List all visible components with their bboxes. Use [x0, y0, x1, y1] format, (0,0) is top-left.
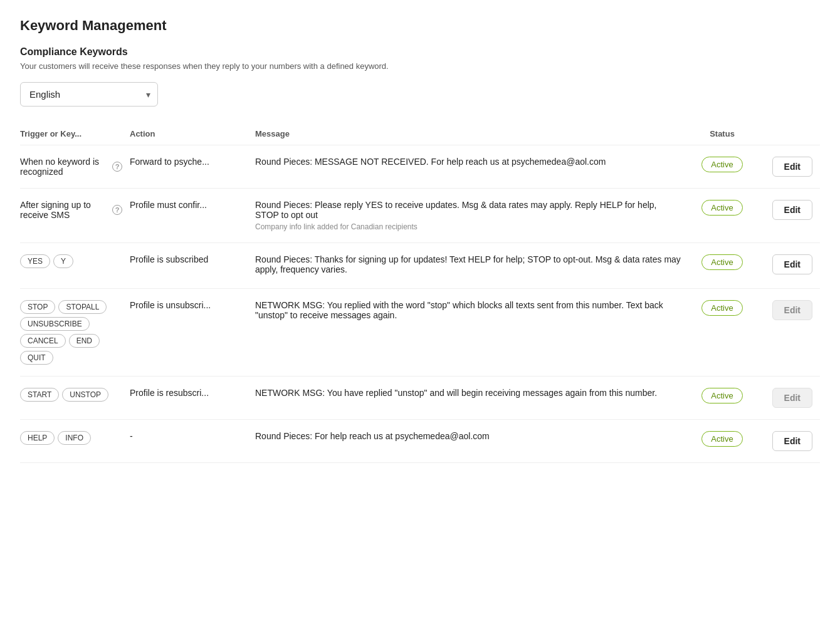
keyword-tag: START	[20, 388, 59, 402]
keyword-tag: STOP	[20, 300, 55, 314]
edit-button[interactable]: Edit	[772, 157, 812, 177]
language-select[interactable]: English Spanish French	[20, 82, 158, 107]
status-cell: Active	[688, 243, 764, 289]
message-cell: NETWORK MSG: You have replied "unstop" a…	[255, 377, 688, 420]
status-badge: Active	[701, 431, 742, 447]
trigger-label: After signing up to receive SMS?	[20, 200, 122, 220]
message-main: NETWORK MSG: You have replied "unstop" a…	[255, 388, 681, 398]
edit-cell: Edit	[764, 420, 820, 463]
status-badge: Active	[701, 254, 742, 270]
col-header-edit	[764, 124, 820, 145]
message-cell: Round Pieces: Thanks for signing up for …	[255, 243, 688, 289]
status-cell: Active	[688, 377, 764, 420]
status-cell: Active	[688, 189, 764, 243]
status-badge: Active	[701, 300, 742, 316]
trigger-cell: After signing up to receive SMS?	[20, 189, 130, 243]
edit-button[interactable]: Edit	[772, 431, 812, 451]
message-cell: Round Pieces: Please reply YES to receiv…	[255, 189, 688, 243]
status-badge: Active	[701, 157, 742, 172]
edit-cell: Edit	[764, 189, 820, 243]
message-main: NETWORK MSG: You replied with the word "…	[255, 300, 681, 320]
trigger-cell: STARTUNSTOP	[20, 377, 130, 420]
action-cell: Profile is resubscri...	[130, 377, 255, 420]
message-sub: Company info link added for Canadian rec…	[255, 222, 681, 231]
keyword-tag: HELP	[20, 431, 55, 445]
status-badge: Active	[701, 388, 742, 403]
table-row: YESYProfile is subscribedRound Pieces: T…	[20, 243, 820, 289]
message-main: Round Pieces: For help reach us at psych…	[255, 431, 681, 441]
col-header-status: Status	[688, 124, 764, 145]
edit-button[interactable]: Edit	[772, 200, 812, 220]
language-select-wrapper: English Spanish French ▾	[20, 82, 158, 107]
tag-list: STOPSTOPALLUNSUBSCRIBECANCELENDQUIT	[20, 300, 122, 365]
trigger-cell: HELPINFO	[20, 420, 130, 463]
edit-button: Edit	[772, 300, 812, 320]
action-cell: Forward to psyche...	[130, 145, 255, 189]
edit-cell: Edit	[764, 377, 820, 420]
col-header-action: Action	[130, 124, 255, 145]
message-cell: NETWORK MSG: You replied with the word "…	[255, 289, 688, 377]
help-icon: ?	[112, 205, 122, 215]
keyword-tag: UNSUBSCRIBE	[20, 317, 90, 331]
trigger-cell: YESY	[20, 243, 130, 289]
trigger-cell: When no keyword is recognized?	[20, 145, 130, 189]
status-cell: Active	[688, 420, 764, 463]
keyword-tag: CANCEL	[20, 334, 66, 348]
table-row: After signing up to receive SMS?Profile …	[20, 189, 820, 243]
trigger-label: When no keyword is recognized?	[20, 157, 122, 177]
tag-list: YESY	[20, 254, 122, 268]
message-main: Round Pieces: Thanks for signing up for …	[255, 254, 681, 274]
message-cell: Round Pieces: For help reach us at psych…	[255, 420, 688, 463]
table-row: HELPINFO-Round Pieces: For help reach us…	[20, 420, 820, 463]
keyword-tag: STOPALL	[58, 300, 107, 314]
keyword-tag: QUIT	[20, 351, 53, 365]
message-main: Round Pieces: Please reply YES to receiv…	[255, 200, 681, 220]
action-cell: Profile is subscribed	[130, 243, 255, 289]
edit-button: Edit	[772, 388, 812, 408]
keyword-tag: UNSTOP	[62, 388, 108, 402]
action-cell: Profile must confir...	[130, 189, 255, 243]
keyword-tag: END	[69, 334, 100, 348]
edit-button[interactable]: Edit	[772, 254, 812, 274]
keywords-table: Trigger or Key... Action Message Status …	[20, 124, 820, 463]
message-cell: Round Pieces: MESSAGE NOT RECEIVED. For …	[255, 145, 688, 189]
trigger-cell: STOPSTOPALLUNSUBSCRIBECANCELENDQUIT	[20, 289, 130, 377]
col-header-message: Message	[255, 124, 688, 145]
col-header-trigger: Trigger or Key...	[20, 124, 130, 145]
status-cell: Active	[688, 145, 764, 189]
table-row: When no keyword is recognized?Forward to…	[20, 145, 820, 189]
section-desc: Your customers will receive these respon…	[20, 61, 820, 71]
table-row: STARTUNSTOPProfile is resubscri...NETWOR…	[20, 377, 820, 420]
keyword-tag: INFO	[58, 431, 91, 445]
help-icon: ?	[112, 162, 122, 172]
edit-cell: Edit	[764, 289, 820, 377]
page-title: Keyword Management	[20, 18, 820, 34]
action-cell: Profile is unsubscri...	[130, 289, 255, 377]
status-cell: Active	[688, 289, 764, 377]
edit-cell: Edit	[764, 243, 820, 289]
action-cell: -	[130, 420, 255, 463]
edit-cell: Edit	[764, 145, 820, 189]
table-row: STOPSTOPALLUNSUBSCRIBECANCELENDQUITProfi…	[20, 289, 820, 377]
keyword-tag: YES	[20, 254, 50, 268]
section-title: Compliance Keywords	[20, 46, 820, 58]
message-main: Round Pieces: MESSAGE NOT RECEIVED. For …	[255, 157, 681, 167]
tag-list: STARTUNSTOP	[20, 388, 122, 402]
tag-list: HELPINFO	[20, 431, 122, 445]
keyword-tag: Y	[53, 254, 73, 268]
status-badge: Active	[701, 200, 742, 216]
